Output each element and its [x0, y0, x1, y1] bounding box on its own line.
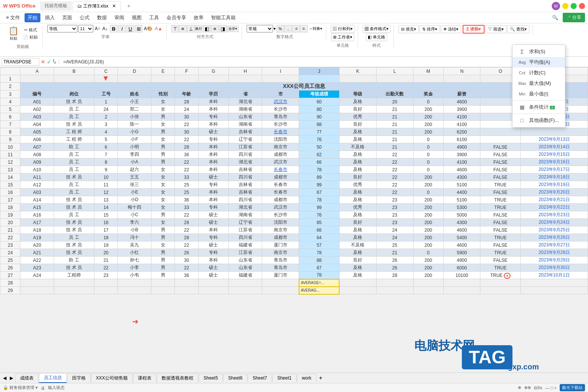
menu-efficiency[interactable]: 效率 [191, 13, 207, 22]
italic-button[interactable]: I [118, 25, 126, 32]
menu-view[interactable]: 视图 [129, 13, 145, 22]
status-fit[interactable]: ⊕⊕ [524, 385, 531, 390]
align-right[interactable]: ◨ [219, 25, 227, 32]
sort-btn[interactable]: ⇅ 排序▾ [420, 25, 440, 33]
fill-color[interactable]: A🎨 [143, 26, 153, 31]
tab-add[interactable]: ＋ [122, 1, 136, 11]
number-format-expand[interactable]: ▾ [273, 26, 276, 31]
font-size-select[interactable]: 11 [78, 25, 93, 32]
sheet-tab-5[interactable]: Sheet5 [199, 374, 223, 382]
formula-confirm[interactable]: ✓ [47, 59, 51, 65]
sheet-tab-employees[interactable]: 员工信息 [39, 373, 67, 383]
col-j[interactable]: J [299, 68, 340, 75]
add-sheet-button[interactable]: + [317, 375, 325, 381]
col-b[interactable]: B [54, 68, 94, 75]
sheet-tab-pivot[interactable]: 数据透视表教程 [157, 374, 198, 383]
menu-vip[interactable]: 会员专享 [164, 13, 189, 22]
find-btn[interactable]: 🔍 查找▾ [507, 25, 529, 33]
sheet-nav-prev[interactable]: ◀ [2, 375, 8, 381]
freeze-btn[interactable]: ❄ 冻结▾ [441, 25, 461, 33]
menu-search[interactable]: 🔍 [549, 14, 561, 22]
sum-option[interactable]: Σ 求和(S) [512, 46, 565, 57]
align-center[interactable]: ≡ [211, 25, 219, 32]
col-g[interactable]: G [198, 68, 228, 75]
col-a[interactable]: A [20, 68, 54, 75]
convert-button[interactable]: ↔转换▾ [308, 26, 323, 31]
align-left[interactable]: ◧ [203, 25, 211, 32]
financial-report-label[interactable]: 🔒 财务报表管理 ▾ [3, 385, 38, 390]
decrease-decimal[interactable]: 0. [300, 25, 308, 32]
max-option[interactable]: Max 最大值(M) [512, 78, 565, 89]
tab-templates[interactable]: 找箱壳模板 [40, 1, 72, 11]
menu-review[interactable]: 审阅 [111, 13, 127, 22]
minimize-button[interactable] [562, 3, 568, 9]
status-zoom-out[interactable]: ⊕ [518, 385, 521, 390]
min-option[interactable]: Min 最小值(I) [512, 89, 565, 99]
print-icon[interactable]: 🖨 [41, 386, 45, 390]
sheet-tab-6[interactable]: Sheet6 [223, 374, 247, 382]
menu-insert[interactable]: 插入 [42, 13, 58, 22]
number-format-select[interactable]: 常规 [247, 25, 273, 32]
font-size-decrease[interactable]: A↓ [102, 26, 108, 31]
formula-input[interactable] [62, 58, 586, 65]
formula-cancel[interactable]: ✕ [41, 59, 45, 65]
bold-button[interactable]: B [110, 25, 117, 32]
count-option[interactable]: Cnt 计数(C) [512, 68, 565, 78]
worksheet-btn[interactable]: ⊞ 工作表▾ [331, 33, 354, 41]
insert-function[interactable]: fx [53, 58, 56, 65]
menu-data[interactable]: 数据 [94, 13, 110, 22]
status-zoom-controls[interactable]: — □ + [545, 386, 557, 390]
sheet-tab-sales[interactable]: XXX公司销售额 [91, 374, 133, 383]
menu-ai-tools[interactable]: 智能工具箱 [208, 13, 239, 22]
sum-btn[interactable]: Σ 求和▾ [463, 25, 485, 34]
merge-cells[interactable]: 合并▾ [227, 26, 239, 32]
col-k[interactable]: K [339, 68, 376, 75]
col-h[interactable]: H [228, 68, 262, 75]
sheet-tab-work[interactable]: work [297, 374, 316, 382]
percent-format[interactable]: % [276, 25, 284, 32]
row-col-btn[interactable]: ▤ 行和列▾ [331, 25, 355, 33]
ribbon-paste[interactable]: 📋 粘贴 [6, 25, 21, 42]
ribbon-cut[interactable]: ✂ 格式 [22, 27, 39, 33]
menu-file[interactable]: ≡ 文件 [3, 13, 23, 22]
sheet-tab-grid[interactable]: 田字格 [67, 374, 91, 383]
font-family-select[interactable]: 等线 [47, 25, 77, 32]
download-label[interactable]: 极光下载站 [560, 384, 585, 391]
sheet-tab-schedule[interactable]: 课程表 [133, 374, 156, 383]
ribbon-copy[interactable]: 📄 粘贴 [22, 34, 39, 40]
sheet-tab-7[interactable]: Sheet7 [248, 374, 272, 382]
increase-decimal[interactable]: .0 [292, 25, 300, 32]
font-color[interactable]: A▲ [154, 26, 163, 31]
share-button[interactable]: ↗ 分享 [563, 13, 585, 22]
other-functions-option[interactable]: □ 其他函数(F)... [512, 115, 565, 126]
col-i[interactable]: I [262, 68, 299, 75]
menu-page[interactable]: 页面 [59, 13, 75, 22]
col-n[interactable]: N [443, 68, 480, 75]
col-m[interactable]: M [413, 68, 443, 75]
menu-tools[interactable]: 工具 [146, 13, 162, 22]
comma-format[interactable]: , [284, 25, 292, 32]
col-d[interactable]: D [118, 68, 151, 75]
border-button[interactable]: ⊞ [135, 25, 142, 32]
conditional-format[interactable]: ▦ 条件格式▾ [363, 25, 390, 33]
maximize-button[interactable] [571, 3, 577, 9]
menu-formula[interactable]: 公式 [77, 13, 93, 22]
align-bottom[interactable]: ⊥ [187, 25, 194, 32]
cell-reference-input[interactable] [2, 58, 39, 66]
close-button[interactable] [579, 3, 585, 9]
underline-button[interactable]: U [127, 25, 134, 32]
sheet-nav-next[interactable]: ▶ [8, 375, 15, 381]
col-f[interactable]: F [175, 68, 198, 75]
cell-style[interactable]: ◧ 单元格 [366, 33, 387, 41]
align-top[interactable]: ⊤ [171, 25, 179, 32]
sheet-tab-grades[interactable]: 成绩表 [15, 374, 39, 383]
average-option[interactable]: Avg 平均值(A) [512, 57, 565, 68]
sheet-tab-1[interactable]: Sheet1 [272, 374, 296, 382]
conditional-count-option[interactable]: ▦ 条件统计 ⓢ [512, 102, 565, 112]
fill-btn[interactable]: ⊟ 填充▾ [398, 25, 419, 33]
align-middle[interactable]: ≡ [179, 25, 187, 32]
tab-workbook[interactable]: 🗂 工作簿3.xlsx ✕ [73, 1, 121, 11]
menu-home[interactable]: 开始 [25, 13, 40, 22]
col-e[interactable]: E [151, 68, 175, 75]
wrap-text[interactable]: 换行 [195, 25, 202, 32]
